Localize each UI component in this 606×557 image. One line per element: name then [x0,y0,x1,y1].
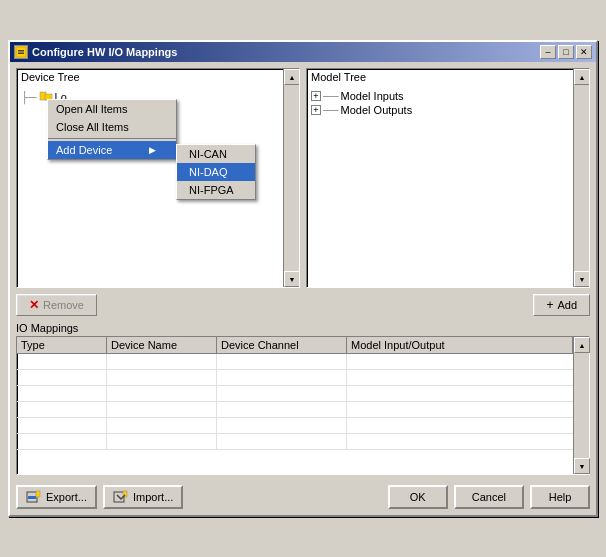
table-row[interactable] [17,402,589,418]
model-inputs-item[interactable]: + ── Model Inputs [309,89,587,103]
ni-can-option[interactable]: NI-CAN [177,145,255,163]
window-body: Device Tree ├─ Lo [10,62,596,515]
add-label: Add [557,299,577,311]
model-inputs-expander[interactable]: + [311,91,321,101]
bottom-bar: Export... Import... OK [16,481,590,509]
model-outputs-expander[interactable]: + [311,105,321,115]
bottom-right-buttons: OK Cancel Help [388,485,590,509]
main-window: Configure HW I/O Mappings – □ ✕ Device T… [8,40,598,517]
ni-daq-option[interactable]: NI-DAQ [177,163,255,181]
top-section: Device Tree ├─ Lo [16,68,590,288]
device-tree-panel: Device Tree ├─ Lo [16,68,300,288]
model-scroll-up-btn[interactable]: ▲ [574,69,590,85]
row4-device-channel [217,402,347,417]
maximize-button[interactable]: □ [558,45,574,59]
open-all-items-menu[interactable]: Open All Items [48,100,176,118]
remove-button[interactable]: ✕ Remove [16,294,97,316]
import-icon [113,490,129,504]
row2-device-name [107,370,217,385]
table-scroll-down-btn[interactable]: ▼ [574,458,590,474]
row4-device-name [107,402,217,417]
scroll-down-btn[interactable]: ▼ [284,271,300,287]
remove-x-icon: ✕ [29,298,39,312]
table-header: Type Device Name Device Channel Model In… [17,337,589,354]
svg-rect-6 [28,496,36,499]
tree-line-2: ── [323,104,339,116]
row6-device-name [107,434,217,449]
row6-model-io [347,434,589,449]
row1-type [17,354,107,369]
ok-label: OK [410,491,426,503]
table-row[interactable] [17,354,589,370]
minimize-button[interactable]: – [540,45,556,59]
model-tree-panel: Model Tree + ── Model Inputs + ── Model … [306,68,590,288]
export-icon [26,490,42,504]
ok-button[interactable]: OK [388,485,448,509]
model-tree-content: + ── Model Inputs + ── Model Outputs [307,87,589,287]
row3-device-channel [217,386,347,401]
table-scroll-up-btn[interactable]: ▲ [574,337,590,353]
row5-model-io [347,418,589,433]
row4-model-io [347,402,589,417]
bottom-left-buttons: Export... Import... [16,485,183,509]
title-bar: Configure HW I/O Mappings – □ ✕ [10,42,596,62]
table-row[interactable] [17,418,589,434]
svg-rect-2 [18,53,24,55]
submenu-arrow-icon: ▶ [149,145,156,155]
table-scroll-track [574,353,589,458]
scroll-up-btn[interactable]: ▲ [284,69,300,85]
close-button[interactable]: ✕ [576,45,592,59]
add-device-submenu: NI-CAN NI-DAQ NI-FPGA [176,144,256,200]
import-label: Import... [133,491,173,503]
row1-device-channel [217,354,347,369]
row3-model-io [347,386,589,401]
row5-device-name [107,418,217,433]
row5-device-channel [217,418,347,433]
model-scroll-down-btn[interactable]: ▼ [574,271,590,287]
model-inputs-label: Model Inputs [341,90,404,102]
help-button[interactable]: Help [530,485,590,509]
svg-rect-1 [18,50,24,52]
svg-rect-7 [36,491,40,497]
row4-type [17,402,107,417]
cancel-button[interactable]: Cancel [454,485,524,509]
row2-device-channel [217,370,347,385]
title-buttons: – □ ✕ [540,45,592,59]
remove-label: Remove [43,299,84,311]
add-plus-icon: + [546,298,553,312]
table-row[interactable] [17,434,589,450]
export-label: Export... [46,491,87,503]
title-bar-left: Configure HW I/O Mappings [14,45,177,59]
menu-separator [48,138,176,139]
row5-type [17,418,107,433]
table-scrollbar[interactable]: ▲ ▼ [573,337,589,474]
table-row[interactable] [17,386,589,402]
device-tree-label: Device Tree [21,71,80,83]
tree-dash: ├─ [21,91,37,103]
row2-model-io [347,370,589,385]
close-all-items-menu[interactable]: Close All Items [48,118,176,136]
col-header-device-channel: Device Channel [217,337,347,353]
add-device-menu[interactable]: Add Device ▶ [48,141,176,159]
model-tree-label: Model Tree [311,71,366,83]
ni-fpga-option[interactable]: NI-FPGA [177,181,255,199]
col-header-type: Type [17,337,107,353]
model-outputs-item[interactable]: + ── Model Outputs [309,103,587,117]
add-button[interactable]: + Add [533,294,590,316]
cancel-label: Cancel [472,491,506,503]
col-header-device-name: Device Name [107,337,217,353]
svg-rect-0 [16,47,26,57]
import-button[interactable]: Import... [103,485,183,509]
table-row[interactable] [17,370,589,386]
model-outputs-label: Model Outputs [341,104,413,116]
window-title: Configure HW I/O Mappings [32,46,177,58]
help-label: Help [549,491,572,503]
model-scroll-track [574,85,589,271]
row1-device-name [107,354,217,369]
export-button[interactable]: Export... [16,485,97,509]
action-row: ✕ Remove + Add [16,294,590,316]
device-tree-content: ├─ Lo Open All Items [17,87,299,287]
model-tree-scrollbar[interactable]: ▲ ▼ [573,69,589,287]
scroll-track [284,85,299,271]
device-tree-scrollbar[interactable]: ▲ ▼ [283,69,299,287]
